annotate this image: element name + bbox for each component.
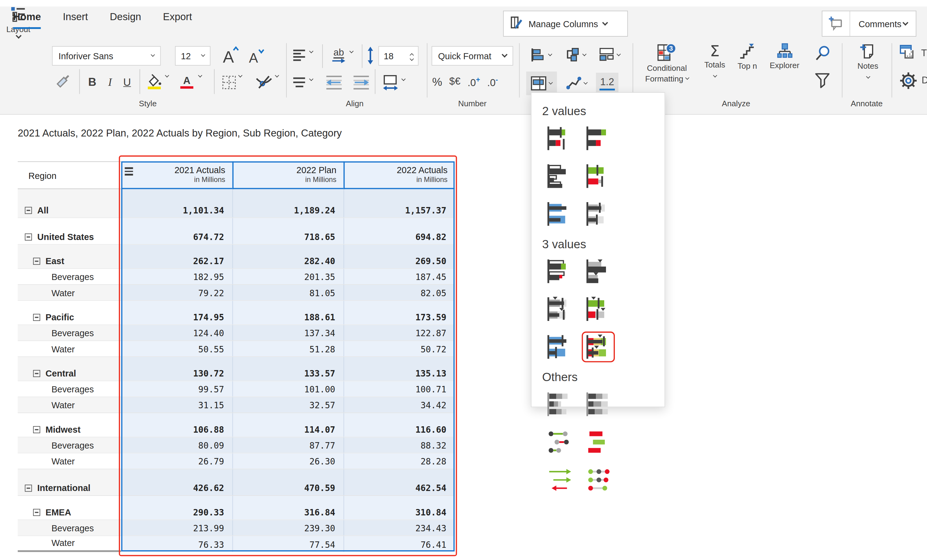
notes-button[interactable]: Notes — [850, 43, 886, 78]
value-cell[interactable]: 1,189.24 — [233, 189, 343, 217]
collapse-icon[interactable] — [25, 484, 32, 492]
italic-button[interactable]: I — [103, 73, 117, 92]
table-row[interactable]: Pacific174.95188.61173.59 — [18, 301, 454, 325]
value-cell[interactable]: 50.55 — [121, 341, 233, 356]
table-row[interactable]: Beverages213.99239.30234.43 — [18, 520, 454, 536]
hide-values-dropdown[interactable] — [275, 76, 278, 77]
value-cell[interactable]: 135.13 — [343, 357, 455, 381]
quick-format-select[interactable]: Quick Format — [432, 46, 513, 66]
value-cell[interactable]: 34.42 — [343, 397, 455, 413]
value-cell[interactable]: 26.30 — [233, 454, 343, 469]
value-cell[interactable]: 82.05 — [343, 285, 455, 300]
value-cell[interactable]: 130.72 — [121, 357, 233, 381]
increase-indent-button[interactable] — [353, 74, 370, 92]
value-cell[interactable]: 137.34 — [233, 325, 343, 340]
manage-columns-button[interactable]: Manage Columns — [503, 11, 628, 36]
value-cell[interactable]: 174.95 — [121, 301, 233, 324]
variance-bar-pin-icon[interactable] — [540, 119, 579, 157]
borders-button[interactable] — [220, 71, 238, 93]
increase-decimal-button[interactable]: .0+ — [468, 76, 480, 89]
region-cell[interactable]: Water — [18, 285, 121, 300]
value-cell[interactable]: 1,101.34 — [121, 189, 233, 217]
table-row[interactable]: Water50.5551.2850.72 — [18, 341, 454, 357]
dot-plot-icon[interactable] — [579, 461, 618, 499]
value-cell[interactable]: 213.99 — [121, 520, 233, 535]
region-cell[interactable]: Water — [18, 454, 121, 469]
value-cell[interactable]: 290.33 — [121, 496, 233, 519]
search-button[interactable] — [813, 44, 831, 62]
collapse-icon[interactable] — [33, 314, 40, 321]
decrease-indent-button[interactable] — [325, 74, 343, 92]
format-painter-button[interactable] — [55, 73, 73, 92]
overlap-blue-target-icon[interactable] — [540, 328, 579, 366]
region-cell[interactable]: East — [18, 244, 121, 268]
region-cell[interactable]: EMEA — [18, 496, 121, 519]
column-header-2021-actuals[interactable]: 2021 Actuals in Millions — [121, 161, 233, 189]
template-button[interactable]: T — [900, 43, 927, 63]
table-row[interactable]: Central130.72133.57135.13 — [18, 357, 454, 381]
fill-color-button[interactable] — [144, 71, 164, 93]
font-family-select[interactable]: Inforiver Sans — [52, 46, 161, 66]
table-row[interactable]: All1,101.341,189.241,157.37 — [18, 189, 454, 218]
font-color-dropdown[interactable] — [199, 76, 202, 77]
borders-dropdown[interactable] — [239, 76, 242, 77]
value-cell[interactable]: 188.61 — [233, 301, 343, 324]
collapse-icon[interactable] — [33, 258, 40, 265]
region-cell[interactable]: All — [18, 189, 121, 217]
row-height-icon-button[interactable] — [365, 44, 375, 67]
value-cell[interactable]: 310.84 — [343, 496, 455, 519]
gray-actual-triangle-icon[interactable] — [579, 252, 618, 290]
currency-format-button[interactable]: $€ — [449, 76, 460, 88]
region-cell[interactable]: Central — [18, 357, 121, 381]
comments-button[interactable]: Comments — [850, 19, 916, 29]
value-cell[interactable]: 133.57 — [233, 357, 343, 381]
value-cell[interactable]: 80.09 — [121, 437, 233, 452]
tab-insert[interactable]: Insert — [63, 11, 88, 29]
table-row[interactable]: Beverages80.0987.7788.32 — [18, 437, 454, 453]
row-height-stepper[interactable]: 18 — [378, 46, 419, 66]
settings-button[interactable]: D — [900, 70, 927, 90]
table-row[interactable]: Water26.7926.3028.28 — [18, 454, 454, 469]
floating-bar-icon[interactable] — [579, 423, 618, 461]
overlap-outline-bar-icon[interactable] — [540, 157, 579, 195]
region-column-header[interactable]: Region — [18, 161, 121, 189]
region-cell[interactable]: Beverages — [18, 520, 121, 535]
tab-export[interactable]: Export — [163, 11, 192, 29]
vertical-align-dropdown[interactable] — [310, 80, 313, 80]
totals-button[interactable]: Σ Totals — [700, 43, 730, 77]
value-cell[interactable]: 106.88 — [121, 413, 233, 437]
value-cell[interactable]: 239.30 — [233, 520, 343, 535]
collapse-icon[interactable] — [33, 426, 40, 433]
value-cell[interactable]: 99.57 — [121, 381, 233, 396]
horizontal-align-button[interactable] — [292, 48, 307, 63]
collapse-icon[interactable] — [33, 370, 40, 377]
percent-format-button[interactable]: % — [432, 76, 442, 89]
column-width-button[interactable] — [381, 73, 400, 93]
column-width-dropdown[interactable] — [402, 80, 405, 80]
value-cell[interactable]: 76.33 — [121, 536, 233, 552]
column-menu-icon[interactable] — [125, 167, 133, 177]
region-cell[interactable]: Beverages — [18, 437, 121, 452]
table-row[interactable]: Beverages99.57101.00100.71 — [18, 381, 454, 397]
add-comment-button[interactable] — [822, 11, 850, 36]
value-cell[interactable]: 87.77 — [233, 437, 343, 452]
value-cell[interactable]: 51.28 — [233, 341, 343, 356]
bullet-color-triangle-icon[interactable] — [579, 290, 618, 328]
region-cell[interactable]: United States — [18, 218, 121, 244]
stacked-gray-bar-icon[interactable] — [540, 385, 579, 423]
explorer-button[interactable]: Explorer — [765, 43, 804, 70]
column-header-2022-plan[interactable]: 2022 Plan in Millions — [233, 161, 343, 189]
value-cell[interactable]: 32.57 — [233, 397, 343, 413]
region-cell[interactable]: Beverages — [18, 325, 121, 340]
table-row[interactable]: East262.17282.40269.50 — [18, 244, 454, 269]
variance-bar-icon[interactable] — [579, 119, 618, 157]
value-cell[interactable]: 718.65 — [233, 218, 343, 244]
value-cell[interactable]: 234.43 — [343, 520, 455, 535]
decimal-display-button[interactable]: 1.2 — [596, 73, 619, 94]
region-cell[interactable]: Water — [18, 397, 121, 413]
dumbbell-icon[interactable] — [540, 423, 579, 461]
column-header-2022-actuals[interactable]: 2022 Actuals in Millions — [343, 161, 455, 189]
increase-font-size-button[interactable]: A — [220, 44, 241, 66]
value-cell[interactable]: 124.40 — [121, 325, 233, 340]
region-cell[interactable]: Beverages — [18, 381, 121, 396]
